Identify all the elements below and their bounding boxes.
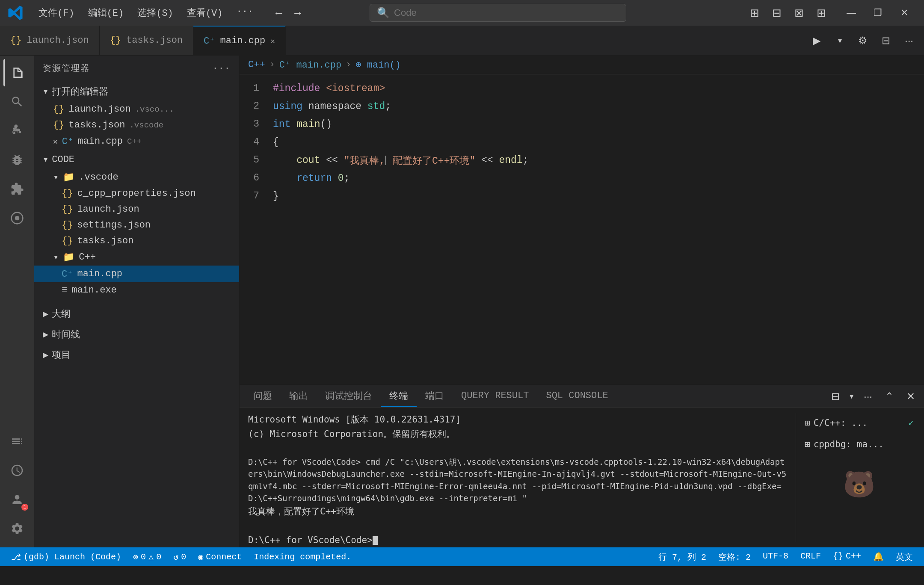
code-editor[interactable]: 1 2 3 4 5 6 7 #include <iostream> using …: [240, 74, 924, 385]
sidebar-item-tasks-json[interactable]: {} tasks.json .vscode: [34, 117, 239, 133]
status-position[interactable]: 行 7, 列 2: [652, 551, 712, 563]
minimize-button[interactable]: —: [838, 0, 864, 26]
breadcrumb-file[interactable]: C⁺ main.cpp: [279, 59, 341, 71]
sidebar-item-c-cpp-properties[interactable]: {} c_cpp_properties.json: [34, 186, 239, 201]
split-editor-button[interactable]: ⊟: [878, 32, 894, 49]
menu-select[interactable]: 选择(S): [131, 5, 179, 21]
activity-search[interactable]: [3, 88, 31, 115]
sidebar-item-main-cpp-open[interactable]: ✕ C⁺ main.cpp C++: [34, 133, 239, 150]
close-icon[interactable]: ✕: [53, 137, 58, 146]
terminal-prompt[interactable]: D:\C++ for VScode\Code>: [248, 533, 787, 547]
run-split-button[interactable]: ▾: [832, 32, 848, 49]
sidebar-item-launch[interactable]: {} launch.json: [34, 201, 239, 217]
split-terminal-button[interactable]: ⊟: [827, 388, 844, 405]
activity-settings[interactable]: [3, 515, 31, 542]
section-code[interactable]: ▾ CODE: [34, 150, 239, 169]
status-language-mode[interactable]: 英文: [890, 551, 919, 563]
status-language[interactable]: {} C++: [827, 551, 867, 561]
close-button[interactable]: ✕: [891, 0, 917, 26]
panel-maximize-button[interactable]: ⌃: [881, 388, 897, 405]
sidebar-item-settings[interactable]: {} settings.json: [34, 217, 239, 233]
menu-more[interactable]: ···: [230, 5, 259, 21]
status-remote[interactable]: ◉ Connect: [192, 547, 248, 566]
more-actions-button[interactable]: ···: [901, 32, 917, 49]
panel-close-button[interactable]: ✕: [903, 388, 919, 405]
search-input[interactable]: [394, 7, 619, 18]
panel-tab-sql[interactable]: SQL CONSOLE: [537, 385, 616, 407]
status-sync[interactable]: ↺ 0: [167, 547, 192, 566]
grid-toggle[interactable]: ⊞: [813, 4, 830, 21]
menu-view[interactable]: 查看(V): [181, 5, 229, 21]
panel-toggle[interactable]: ⊟: [768, 4, 785, 21]
nav-forward[interactable]: →: [290, 5, 305, 21]
tab-launch-json[interactable]: {} launch.json: [0, 26, 100, 55]
section-project[interactable]: ▶ 项目: [34, 344, 239, 365]
status-encoding[interactable]: UTF-8: [757, 551, 794, 561]
code-content[interactable]: #include <iostream> using namespace std;…: [270, 78, 924, 381]
maximize-button[interactable]: ❐: [865, 0, 891, 26]
sidebar-item-tasks[interactable]: {} tasks.json: [34, 233, 239, 249]
breadcrumb-cpp[interactable]: C++: [248, 59, 265, 70]
code-line-3: int main(): [270, 115, 924, 133]
indexing-label: Indexing completed.: [254, 552, 351, 562]
activity-source-control[interactable]: [3, 117, 31, 145]
content-area: 1 资源管理器 ··· ▾ 打开的编辑器 {} launch.json .vsc…: [0, 56, 924, 547]
sidebar-item-main-cpp[interactable]: C⁺ main.cpp: [34, 266, 239, 282]
terminal-content[interactable]: Microsoft Windows [版本 10.0.22631.4317] (…: [240, 408, 924, 547]
panel-tab-output[interactable]: 输出: [281, 385, 317, 407]
activity-timeline[interactable]: [3, 457, 31, 484]
sidebar-item-launch-json[interactable]: {} launch.json .vsco...: [34, 101, 239, 117]
eol-label: CRLF: [800, 551, 821, 561]
menu-edit[interactable]: 编辑(E): [82, 5, 130, 21]
section-open-editors[interactable]: ▾ 打开的编辑器: [34, 81, 239, 101]
sync-count: 0: [181, 552, 186, 562]
file-path: .vsco...: [135, 105, 174, 114]
layout-toggle[interactable]: ⊞: [746, 4, 763, 21]
activity-account[interactable]: 1: [3, 486, 31, 513]
panel-more-button[interactable]: ···: [860, 388, 876, 405]
breadcrumb-fn[interactable]: ⊕ main(): [355, 59, 401, 71]
terminal-instance-cppdbg[interactable]: ⊞ cppdbg: ma...: [803, 434, 915, 455]
sync-icon: ↺: [173, 552, 178, 562]
warn-icon: △: [148, 552, 154, 562]
code-line-1: #include <iostream>: [270, 80, 924, 98]
terminal-line-2: (c) Microsoft Corporation。保留所有权利。: [248, 427, 787, 442]
check-icon: ✓: [908, 416, 914, 431]
status-indent[interactable]: 空格: 2: [712, 551, 757, 563]
status-errors[interactable]: ⊗ 0 △ 0: [127, 547, 167, 566]
search-bar[interactable]: 🔍: [370, 4, 626, 22]
decorative-mascot: 🐻: [803, 455, 915, 505]
panel-tab-terminal[interactable]: 终端: [381, 385, 417, 407]
section-outline[interactable]: ▶ 大纲: [34, 303, 239, 324]
activity-remote[interactable]: [3, 204, 31, 232]
panel-tab-debug[interactable]: 调试控制台: [317, 385, 381, 407]
sidebar-toggle[interactable]: ⊠: [791, 4, 808, 21]
panel-tab-ports[interactable]: 端口: [417, 385, 453, 407]
nav-back[interactable]: ←: [271, 5, 287, 21]
remote-icon: ◉: [198, 552, 203, 562]
activity-outline[interactable]: [3, 428, 31, 455]
panel-tab-query[interactable]: QUERY RESULT: [453, 385, 537, 407]
breadcrumb: C++ › C⁺ main.cpp › ⊕ main(): [240, 56, 924, 74]
sidebar-folder-cpp[interactable]: ▾ 📁 C++: [34, 249, 239, 266]
terminal-cursor: [373, 536, 378, 545]
run-button[interactable]: ▶: [808, 32, 825, 49]
panel-tab-problems[interactable]: 问题: [245, 385, 281, 407]
status-notifications[interactable]: 🔔: [867, 551, 890, 562]
section-timeline[interactable]: ▶ 时间线: [34, 324, 239, 344]
tab-main-cpp[interactable]: C⁺ main.cpp ✕: [193, 26, 286, 55]
activity-extensions[interactable]: [3, 175, 31, 203]
terminal-instance-cc[interactable]: ⊞ C/C++: ... ✓: [803, 413, 915, 434]
settings-button[interactable]: ⚙: [855, 32, 871, 49]
tab-tasks-json[interactable]: {} tasks.json: [100, 26, 193, 55]
menu-file[interactable]: 文件(F): [33, 5, 80, 21]
activity-explorer[interactable]: [3, 59, 31, 86]
tab-close-icon[interactable]: ✕: [270, 36, 275, 46]
status-debug[interactable]: ⎇ (gdb) Launch (Code): [5, 547, 127, 566]
sidebar-more[interactable]: ···: [213, 63, 231, 73]
activity-debug[interactable]: [3, 146, 31, 174]
terminal-dropdown-icon[interactable]: ▾: [849, 390, 855, 402]
status-eol[interactable]: CRLF: [794, 551, 827, 561]
sidebar-folder-vscode[interactable]: ▾ 📁 .vscode: [34, 169, 239, 186]
sidebar-item-main-exe[interactable]: ≡ main.exe: [34, 282, 239, 298]
